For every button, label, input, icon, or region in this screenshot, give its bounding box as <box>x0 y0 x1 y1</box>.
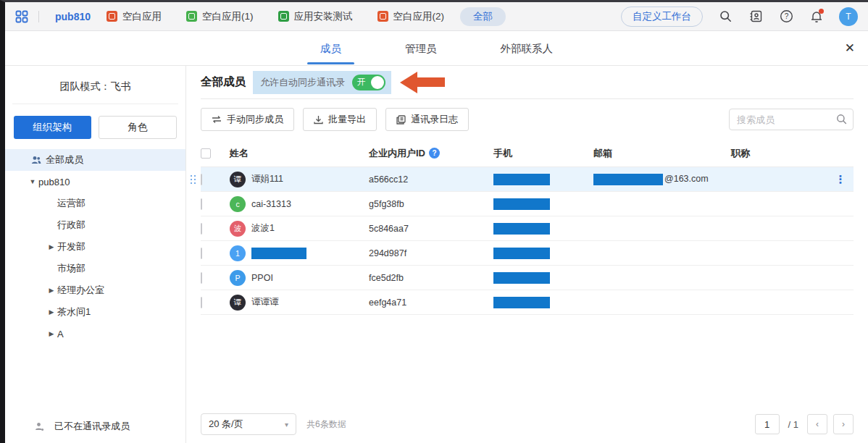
caret-icon[interactable]: ▶ <box>46 287 57 294</box>
tree-item-label: 行政部 <box>57 219 85 232</box>
table-row[interactable]: 波 波波1 5c846aa7 ⋮ <box>201 216 854 241</box>
contacts-book-icon[interactable] <box>748 9 764 25</box>
role-button[interactable]: 角色 <box>99 116 178 139</box>
row-checkbox[interactable] <box>201 174 202 185</box>
row-checkbox[interactable] <box>201 223 202 235</box>
redaction-bar <box>593 174 663 185</box>
table-row[interactable]: 1 294d987f ⋮ <box>201 241 854 266</box>
app-tab-label: 应用安装测试 <box>294 10 353 23</box>
tree-item[interactable]: 运营部 <box>5 193 185 214</box>
batch-export-button[interactable]: 批量导出 <box>303 108 377 131</box>
row-checkbox[interactable] <box>201 248 202 259</box>
row-select-cell <box>201 199 230 209</box>
manual-sync-button[interactable]: 手动同步成员 <box>201 108 294 131</box>
table-row[interactable]: 谭 谭谭谭 eefg4a71 ⋮ <box>201 290 854 315</box>
app-tab[interactable]: 空白应用(2) <box>377 10 445 23</box>
search-icon[interactable] <box>717 9 733 25</box>
workspace-name[interactable]: pub810 <box>55 11 91 22</box>
row-checkbox[interactable] <box>201 198 202 210</box>
sidebar-item-removed-members[interactable]: 已不在通讯录成员 <box>5 410 185 443</box>
tab-members[interactable]: 成员 <box>312 33 350 64</box>
tree-item[interactable]: ▶ A <box>5 323 185 345</box>
prev-page-button[interactable]: ‹ <box>807 414 827 434</box>
next-page-button[interactable]: › <box>833 414 854 434</box>
tree-item-label: 市场部 <box>57 262 85 275</box>
tree-item[interactable]: 市场部 <box>5 258 185 279</box>
app-tab-label: 空白应用(1) <box>202 10 254 23</box>
page-number-input[interactable] <box>755 414 780 434</box>
redaction-bar <box>493 248 550 259</box>
tree-item[interactable]: 全部成员 <box>5 149 185 171</box>
apps-grid-icon[interactable] <box>15 10 28 23</box>
close-icon[interactable]: ✕ <box>845 42 855 54</box>
auto-sync-toggle[interactable]: 开 <box>352 75 385 90</box>
app-tab[interactable]: 空白应用(1) <box>186 10 254 23</box>
member-user-id: g5fg38fb <box>369 199 493 209</box>
member-email: @163.com <box>593 174 731 185</box>
user-avatar[interactable]: T <box>839 7 858 26</box>
drag-handle-icon[interactable] <box>191 175 196 184</box>
header-user-id-label: 企业内用户ID <box>369 147 425 160</box>
help-question-icon[interactable]: ? <box>429 148 440 159</box>
sidebar: 团队模式：飞书 组织架构 角色 全部成员 ▼ pub810 运营部 <box>5 66 186 443</box>
person-removed-icon <box>33 422 46 431</box>
caret-icon[interactable]: ▶ <box>46 330 57 337</box>
app-tabs: 空白应用 空白应用(1) 应用安装测试 空白应用(2) <box>107 10 444 23</box>
caret-icon[interactable]: ▼ <box>27 178 38 185</box>
org-structure-button[interactable]: 组织架构 <box>14 116 91 139</box>
tree-item-label: 茶水间1 <box>57 305 91 318</box>
tab-external-contacts[interactable]: 外部联系人 <box>492 33 562 64</box>
app-tab-label: 空白应用(2) <box>393 10 445 23</box>
topbar-right: 自定义工作台 ? T <box>621 7 858 27</box>
all-apps-pill[interactable]: 全部 <box>460 7 506 26</box>
app-tab[interactable]: 空白应用 <box>107 10 162 23</box>
tree-item[interactable]: 行政部 <box>5 214 185 236</box>
tree-item-label: 运营部 <box>57 197 85 210</box>
page-size-select[interactable]: 20 条/页 ▾ <box>201 413 296 435</box>
avatar: P <box>230 270 246 286</box>
annotation-arrow-head <box>400 72 417 93</box>
table-row[interactable]: 谭 谭娟111 a566cc12 @163.com ⋮ <box>201 167 854 192</box>
tree-item[interactable]: ▶ 茶水间1 <box>5 301 185 323</box>
member-name-cell: P PPOI <box>230 270 369 286</box>
header-email: 邮箱 <box>593 147 731 160</box>
app-icon <box>107 11 117 22</box>
caret-icon[interactable]: ▶ <box>46 243 57 250</box>
search-icon[interactable] <box>836 114 847 127</box>
notification-bell-icon[interactable] <box>809 9 825 25</box>
row-checkbox[interactable] <box>201 297 202 308</box>
tree-item[interactable]: ▶ 经理办公室 <box>5 279 185 301</box>
member-name <box>251 248 306 259</box>
tree-item[interactable]: ▶ 开发部 <box>5 236 185 258</box>
row-checkbox[interactable] <box>201 272 202 284</box>
org-tree: 全部成员 ▼ pub810 运营部 行政部 ▶ 开发部 市场部 <box>5 149 185 410</box>
member-name: PPOI <box>251 273 273 283</box>
app-icon <box>278 11 289 22</box>
avatar: 波 <box>230 221 246 237</box>
member-phone <box>493 272 593 284</box>
member-user-id: 294d987f <box>369 248 493 258</box>
notification-badge <box>819 9 824 14</box>
tree-item-label: 经理办公室 <box>57 284 104 297</box>
tree-item[interactable]: ▼ pub810 <box>5 171 185 193</box>
chevron-down-icon: ▾ <box>285 421 288 429</box>
tab-admins[interactable]: 管理员 <box>396 33 446 64</box>
page-size-value: 20 条/页 <box>209 418 243 431</box>
search-member-input[interactable] <box>729 109 854 130</box>
caret-icon[interactable]: ▶ <box>46 308 57 316</box>
contacts-log-button[interactable]: 通讯录日志 <box>385 108 469 131</box>
row-menu-icon[interactable]: ⋮ <box>827 173 854 186</box>
annotation-arrow-shaft <box>417 77 445 87</box>
log-icon <box>396 115 406 125</box>
table-row[interactable]: P PPOI fce5d2fb ⋮ <box>201 266 854 290</box>
app-tab[interactable]: 应用安装测试 <box>278 10 353 23</box>
select-all-checkbox[interactable] <box>201 148 211 159</box>
topbar-divider <box>38 11 39 22</box>
member-phone <box>493 223 593 235</box>
table-row[interactable]: c cai-31313 g5fg38fb ⋮ <box>201 192 854 216</box>
custom-workbench-button[interactable]: 自定义工作台 <box>621 7 703 27</box>
help-icon[interactable]: ? <box>778 9 794 25</box>
redaction-bar <box>251 248 306 259</box>
pagination: 20 条/页 ▾ 共6条数据 / 1 ‹ › <box>201 405 854 443</box>
tree-item-label: pub810 <box>38 177 70 187</box>
